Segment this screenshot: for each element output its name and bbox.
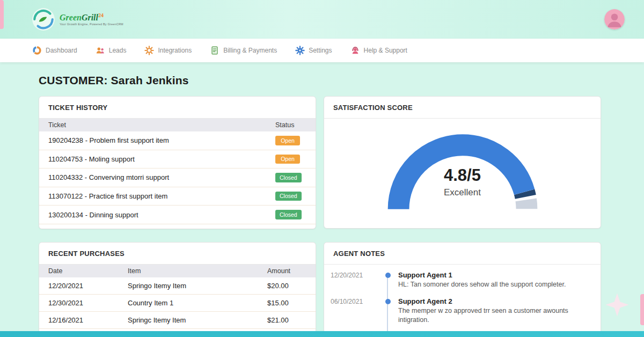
purchase-item: Country Item 1 bbox=[119, 294, 258, 311]
purchase-amount: $20.00 bbox=[258, 277, 316, 295]
purchase-date: 12/30/2021 bbox=[39, 294, 119, 311]
agent-note-entry: 06/10/2021 Support Agent 2 The memper w … bbox=[331, 297, 592, 325]
agent-notes-timeline: 12/20/2021 Support Agent 1 HL: Tan somon… bbox=[324, 265, 601, 337]
purchase-date: 12/20/2021 bbox=[39, 277, 119, 295]
integrations-icon bbox=[144, 46, 154, 55]
ticket-cell: 110204753 - Moling support bbox=[39, 150, 266, 169]
main-nav: Dashboard Leads bbox=[0, 39, 644, 62]
ticket-row[interactable]: 130200134 - Dinning support Closed bbox=[39, 206, 316, 224]
purchase-amount: $21.00 bbox=[258, 311, 316, 328]
billing-icon bbox=[210, 46, 219, 55]
satisfaction-gauge: 4.8/5 Excellent bbox=[324, 119, 601, 228]
gauge-score-label: Excellent bbox=[324, 187, 601, 198]
brand-tagline: Your Growth Engine, Powered By GreenCRM bbox=[60, 23, 123, 26]
status-badge: Closed bbox=[275, 173, 302, 182]
ticket-cell: 110204332 - Converving mtorri support bbox=[39, 169, 266, 187]
timeline-dot bbox=[385, 273, 391, 278]
dashboard-icon bbox=[32, 46, 42, 55]
nav-dashboard[interactable]: Dashboard bbox=[32, 46, 77, 55]
purchase-amount: $15.00 bbox=[258, 294, 316, 311]
agent-note-entry: 12/20/2021 Support Agent 1 HL: Tan somon… bbox=[331, 271, 592, 289]
app-window: GreenGrill24 Your Growth Engine, Powered… bbox=[0, 0, 644, 337]
settings-icon bbox=[295, 46, 305, 55]
purchase-row[interactable]: 12/20/2021 Springo Itemy Item $20.00 bbox=[39, 277, 316, 295]
nav-billing-payments[interactable]: Billing & Payments bbox=[210, 46, 277, 55]
brand-logo-icon bbox=[31, 7, 56, 32]
nav-label: Billing & Payments bbox=[223, 47, 277, 54]
note-agent: Support Agent 2 bbox=[398, 297, 592, 305]
ticket-history-card: TICKET HISTORY Ticket Status 190204238 -… bbox=[39, 96, 316, 229]
user-avatar[interactable] bbox=[604, 9, 625, 30]
nav-label: Help & Support bbox=[364, 47, 407, 54]
purchase-row[interactable]: 12/30/2021 Country Item 1 $15.00 bbox=[39, 294, 316, 311]
ticket-row[interactable]: 113070122 - Practice first support item … bbox=[39, 187, 316, 206]
brand-logo: GreenGrill24 Your Growth Engine, Powered… bbox=[31, 7, 123, 32]
column-header-amount: Amount bbox=[258, 265, 316, 277]
ticket-history-title: TICKET HISTORY bbox=[39, 97, 316, 119]
status-badge: Open bbox=[275, 136, 300, 145]
ticket-row[interactable]: 190204238 - Problem first support item O… bbox=[39, 131, 316, 150]
purchase-row[interactable]: 12/16/2021 Springc Itemy Item $21.00 bbox=[39, 311, 316, 328]
timeline-dot bbox=[385, 299, 391, 304]
ticket-row[interactable]: 110204753 - Moling support Open bbox=[39, 150, 316, 169]
nav-label: Settings bbox=[309, 47, 332, 54]
nav-settings[interactable]: Settings bbox=[295, 46, 332, 55]
brand-badge-24: 24 bbox=[98, 12, 104, 18]
nav-label: Dashboard bbox=[46, 47, 77, 54]
agent-notes-title: AGENT NOTES bbox=[324, 243, 601, 265]
column-header-ticket: Ticket bbox=[39, 119, 266, 131]
user-avatar-icon bbox=[604, 9, 625, 30]
satisfaction-score-title: SATISFACTION SCORE bbox=[324, 97, 601, 119]
nav-help-support[interactable]: Help & Support bbox=[350, 46, 407, 55]
note-text: HL: Tan somoner dores sehow all the supp… bbox=[398, 280, 592, 289]
main-content: CUSTOMER: Sarah Jenkins TICKET HISTORY T… bbox=[0, 74, 644, 337]
ticket-row[interactable]: 110204332 - Converving mtorri support Cl… bbox=[39, 169, 316, 187]
ticket-history-table: Ticket Status 190204238 - Problem first … bbox=[39, 119, 316, 224]
nav-label: Leads bbox=[109, 47, 127, 54]
note-date: 06/10/2021 bbox=[331, 297, 378, 325]
leads-icon bbox=[96, 46, 105, 55]
ticket-cell: 190204238 - Problem first support item bbox=[39, 131, 266, 150]
dashboard-grid: TICKET HISTORY Ticket Status 190204238 -… bbox=[39, 96, 601, 337]
purchase-item: Springo Itemy Item bbox=[119, 277, 258, 295]
note-text: The memper w zo approved trr seen a cust… bbox=[398, 306, 592, 325]
pink-edge-accent-left bbox=[0, 0, 4, 29]
nav-integrations[interactable]: Integrations bbox=[144, 46, 192, 55]
help-support-icon bbox=[350, 46, 360, 55]
column-header-date: Date bbox=[39, 265, 119, 277]
gauge-readout: 4.8/5 Excellent bbox=[324, 166, 601, 198]
satisfaction-score-card: SATISFACTION SCORE 4.8/5 Excellent bbox=[324, 96, 601, 229]
recent-purchases-table: Date Item Amount 12/20/2021 Springo Item… bbox=[39, 265, 316, 337]
gauge-score-value: 4.8/5 bbox=[324, 166, 601, 185]
status-badge: Closed bbox=[275, 210, 302, 219]
ticket-cell: 113070122 - Practice first support item bbox=[39, 187, 266, 206]
purchase-item: Springc Itemy Item bbox=[119, 311, 258, 328]
nav-leads[interactable]: Leads bbox=[96, 46, 127, 55]
recent-purchases-card: RECENT PURCHASES Date Item Amount 12/20/… bbox=[39, 242, 316, 337]
page-title: CUSTOMER: Sarah Jenkins bbox=[39, 74, 644, 87]
brand-name-grill: Grill bbox=[82, 13, 98, 22]
sparkle-decoration bbox=[604, 292, 630, 318]
brand-logo-text: GreenGrill24 Your Growth Engine, Powered… bbox=[60, 13, 123, 26]
recent-purchases-title: RECENT PURCHASES bbox=[39, 243, 316, 265]
column-header-status: Status bbox=[266, 119, 316, 131]
status-badge: Closed bbox=[275, 192, 302, 201]
nav-label: Integrations bbox=[158, 47, 192, 54]
column-header-item: Item bbox=[119, 265, 258, 277]
ticket-cell: 130200134 - Dinning support bbox=[39, 206, 266, 224]
top-bar: GreenGrill24 Your Growth Engine, Powered… bbox=[0, 0, 644, 39]
note-date: 12/20/2021 bbox=[331, 271, 378, 289]
purchase-date: 12/16/2021 bbox=[39, 311, 119, 328]
note-agent: Support Agent 1 bbox=[398, 271, 592, 279]
status-badge: Open bbox=[275, 155, 300, 164]
brand-name-green: Green bbox=[60, 13, 82, 22]
bottom-accent-bar bbox=[0, 331, 644, 337]
pink-edge-accent-right bbox=[640, 294, 644, 325]
agent-notes-card: AGENT NOTES 12/20/2021 Support Agent 1 H… bbox=[324, 242, 601, 337]
